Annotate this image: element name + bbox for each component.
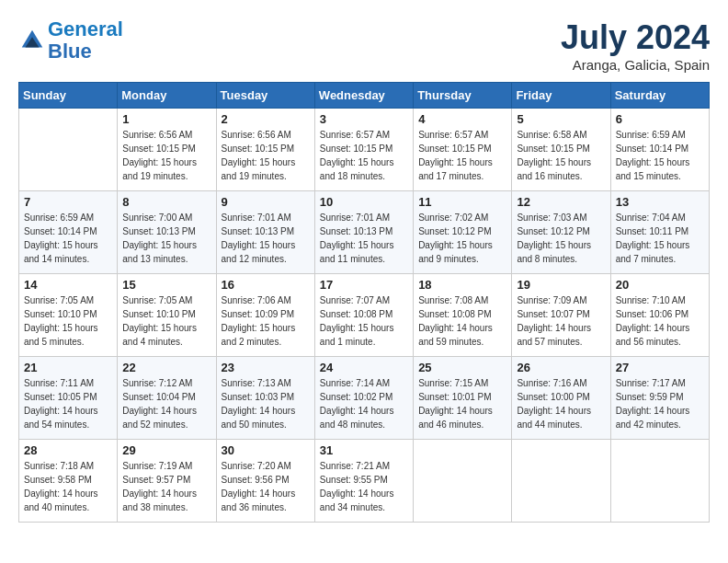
calendar-cell: 10Sunrise: 7:01 AMSunset: 10:13 PMDaylig… bbox=[314, 191, 413, 274]
sunrise-text: Sunrise: 7:00 AM bbox=[122, 211, 210, 224]
calendar-cell: 21Sunrise: 7:11 AMSunset: 10:05 PMDaylig… bbox=[19, 357, 118, 440]
sunset-text: Sunset: 10:13 PM bbox=[320, 224, 408, 238]
day-info: Sunrise: 6:58 AMSunset: 10:15 PMDaylight… bbox=[517, 128, 605, 183]
sunrise-text: Sunrise: 7:11 AM bbox=[24, 376, 112, 390]
day-info: Sunrise: 6:56 AMSunset: 10:15 PMDaylight… bbox=[222, 128, 310, 183]
day-info: Sunrise: 7:18 AMSunset: 9:58 PMDaylight:… bbox=[24, 459, 112, 514]
sunrise-text: Sunrise: 6:59 AM bbox=[24, 211, 112, 224]
sunset-text: Sunset: 10:02 PM bbox=[320, 390, 408, 404]
sunrise-text: Sunrise: 7:04 AM bbox=[616, 211, 704, 224]
daylight-line1: Daylight: 15 hours bbox=[122, 238, 210, 252]
sunset-text: Sunset: 10:15 PM bbox=[418, 142, 506, 155]
sunset-text: Sunset: 9:59 PM bbox=[616, 390, 704, 404]
sunrise-text: Sunrise: 7:18 AM bbox=[24, 459, 112, 473]
weekday-header-row: SundayMondayTuesdayWednesdayThursdayFrid… bbox=[19, 83, 710, 109]
day-info: Sunrise: 7:04 AMSunset: 10:11 PMDaylight… bbox=[616, 211, 704, 266]
month-title: July 2024 bbox=[561, 18, 710, 57]
sunset-text: Sunset: 9:56 PM bbox=[222, 473, 310, 487]
day-info: Sunrise: 7:20 AMSunset: 9:56 PMDaylight:… bbox=[222, 459, 310, 514]
daylight-line1: Daylight: 14 hours bbox=[24, 404, 112, 418]
daylight-line1: Daylight: 15 hours bbox=[222, 238, 310, 252]
daylight-line2: and 1 minute. bbox=[320, 335, 408, 349]
day-number: 11 bbox=[418, 195, 506, 209]
page-header: General Blue July 2024 Aranga, Galicia, … bbox=[18, 18, 710, 73]
sunset-text: Sunset: 10:08 PM bbox=[320, 307, 408, 321]
daylight-line1: Daylight: 15 hours bbox=[122, 321, 210, 335]
daylight-line2: and 16 minutes. bbox=[517, 169, 605, 183]
daylight-line2: and 19 minutes. bbox=[222, 169, 310, 183]
calendar-cell: 2Sunrise: 6:56 AMSunset: 10:15 PMDayligh… bbox=[216, 109, 314, 191]
calendar-cell: 14Sunrise: 7:05 AMSunset: 10:10 PMDaylig… bbox=[19, 274, 118, 357]
daylight-line1: Daylight: 15 hours bbox=[24, 321, 112, 335]
weekday-wednesday: Wednesday bbox=[314, 83, 413, 109]
weekday-thursday: Thursday bbox=[414, 83, 512, 109]
daylight-line1: Daylight: 15 hours bbox=[616, 238, 704, 252]
daylight-line2: and 14 minutes. bbox=[24, 252, 112, 266]
daylight-line2: and 34 minutes. bbox=[320, 500, 408, 514]
sunset-text: Sunset: 10:09 PM bbox=[222, 307, 310, 321]
calendar-cell: 5Sunrise: 6:58 AMSunset: 10:15 PMDayligh… bbox=[512, 109, 610, 191]
calendar-body: 1Sunrise: 6:56 AMSunset: 10:15 PMDayligh… bbox=[19, 109, 710, 523]
daylight-line1: Daylight: 15 hours bbox=[517, 155, 605, 169]
daylight-line2: and 5 minutes. bbox=[24, 335, 112, 349]
day-info: Sunrise: 7:03 AMSunset: 10:12 PMDaylight… bbox=[517, 211, 605, 266]
daylight-line2: and 40 minutes. bbox=[24, 500, 112, 514]
sunset-text: Sunset: 10:08 PM bbox=[418, 307, 506, 321]
weekday-tuesday: Tuesday bbox=[216, 83, 314, 109]
sunset-text: Sunset: 10:03 PM bbox=[222, 390, 310, 404]
day-info: Sunrise: 7:11 AMSunset: 10:05 PMDaylight… bbox=[24, 376, 112, 431]
daylight-line1: Daylight: 14 hours bbox=[418, 404, 506, 418]
sunrise-text: Sunrise: 6:56 AM bbox=[222, 128, 310, 142]
day-number: 29 bbox=[122, 443, 210, 457]
sunset-text: Sunset: 10:05 PM bbox=[24, 390, 112, 404]
day-number: 24 bbox=[320, 361, 408, 374]
day-info: Sunrise: 7:08 AMSunset: 10:08 PMDaylight… bbox=[418, 293, 506, 349]
calendar-cell: 3Sunrise: 6:57 AMSunset: 10:15 PMDayligh… bbox=[314, 109, 413, 191]
day-info: Sunrise: 7:21 AMSunset: 9:55 PMDaylight:… bbox=[320, 459, 408, 514]
calendar-cell: 13Sunrise: 7:04 AMSunset: 10:11 PMDaylig… bbox=[610, 191, 709, 274]
sunrise-text: Sunrise: 7:16 AM bbox=[517, 376, 605, 390]
week-row-1: 1Sunrise: 6:56 AMSunset: 10:15 PMDayligh… bbox=[19, 109, 710, 191]
day-number: 20 bbox=[616, 278, 704, 292]
calendar-cell: 30Sunrise: 7:20 AMSunset: 9:56 PMDayligh… bbox=[216, 440, 314, 523]
day-number: 16 bbox=[222, 278, 310, 292]
day-info: Sunrise: 7:12 AMSunset: 10:04 PMDaylight… bbox=[122, 376, 210, 431]
daylight-line2: and 11 minutes. bbox=[320, 252, 408, 266]
day-number: 6 bbox=[616, 112, 704, 126]
day-number: 13 bbox=[616, 195, 704, 209]
sunrise-text: Sunrise: 6:58 AM bbox=[517, 128, 605, 142]
calendar-cell: 8Sunrise: 7:00 AMSunset: 10:13 PMDayligh… bbox=[118, 191, 216, 274]
week-row-5: 28Sunrise: 7:18 AMSunset: 9:58 PMDayligh… bbox=[19, 440, 710, 523]
sunset-text: Sunset: 10:15 PM bbox=[222, 142, 310, 155]
day-info: Sunrise: 7:19 AMSunset: 9:57 PMDaylight:… bbox=[122, 459, 210, 514]
calendar-cell: 9Sunrise: 7:01 AMSunset: 10:13 PMDayligh… bbox=[216, 191, 314, 274]
sunrise-text: Sunrise: 7:01 AM bbox=[222, 211, 310, 224]
weekday-friday: Friday bbox=[512, 83, 610, 109]
daylight-line1: Daylight: 14 hours bbox=[122, 404, 210, 418]
daylight-line2: and 38 minutes. bbox=[122, 500, 210, 514]
calendar-cell: 24Sunrise: 7:14 AMSunset: 10:02 PMDaylig… bbox=[314, 357, 413, 440]
sunrise-text: Sunrise: 7:09 AM bbox=[517, 293, 605, 307]
day-number: 25 bbox=[418, 361, 506, 374]
sunrise-text: Sunrise: 7:10 AM bbox=[616, 293, 704, 307]
daylight-line2: and 44 minutes. bbox=[517, 418, 605, 431]
daylight-line1: Daylight: 14 hours bbox=[616, 404, 704, 418]
day-info: Sunrise: 7:16 AMSunset: 10:00 PMDaylight… bbox=[517, 376, 605, 431]
daylight-line2: and 59 minutes. bbox=[418, 335, 506, 349]
logo-icon bbox=[18, 27, 46, 54]
sunset-text: Sunset: 10:10 PM bbox=[24, 307, 112, 321]
sunrise-text: Sunrise: 7:20 AM bbox=[222, 459, 310, 473]
logo-text: General Blue bbox=[48, 18, 123, 63]
daylight-line1: Daylight: 14 hours bbox=[320, 487, 408, 500]
calendar-cell: 6Sunrise: 6:59 AMSunset: 10:14 PMDayligh… bbox=[610, 109, 709, 191]
calendar-cell: 16Sunrise: 7:06 AMSunset: 10:09 PMDaylig… bbox=[216, 274, 314, 357]
sunset-text: Sunset: 10:14 PM bbox=[616, 142, 704, 155]
day-info: Sunrise: 7:00 AMSunset: 10:13 PMDaylight… bbox=[122, 211, 210, 266]
day-number: 4 bbox=[418, 112, 506, 126]
daylight-line2: and 19 minutes. bbox=[122, 169, 210, 183]
sunrise-text: Sunrise: 7:19 AM bbox=[122, 459, 210, 473]
calendar-cell: 31Sunrise: 7:21 AMSunset: 9:55 PMDayligh… bbox=[314, 440, 413, 523]
day-info: Sunrise: 7:01 AMSunset: 10:13 PMDaylight… bbox=[320, 211, 408, 266]
day-number: 12 bbox=[517, 195, 605, 209]
calendar-cell: 29Sunrise: 7:19 AMSunset: 9:57 PMDayligh… bbox=[118, 440, 216, 523]
